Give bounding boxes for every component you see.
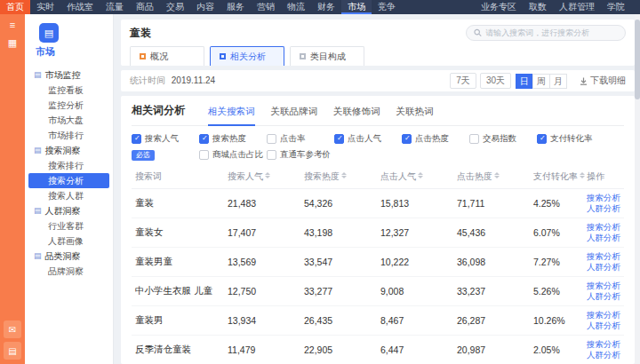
value-cell: 13,934 bbox=[224, 306, 300, 336]
action-link[interactable]: 人群分析 bbox=[587, 233, 620, 243]
value-cell: 33,277 bbox=[300, 277, 377, 306]
panel-icon[interactable]: ▤ bbox=[4, 342, 21, 360]
sidebar-group[interactable]: ▤市场监控 bbox=[25, 67, 113, 83]
nav-item[interactable]: 作战室 bbox=[60, 0, 100, 14]
nav-item[interactable]: 内容 bbox=[190, 0, 220, 14]
sidebar-item[interactable]: 搜索人群 bbox=[25, 188, 113, 203]
metric-checkbox[interactable] bbox=[199, 150, 209, 160]
sort-icon[interactable] bbox=[580, 172, 585, 178]
sidebar-item[interactable]: 监控看板 bbox=[25, 83, 113, 98]
action-link[interactable]: 人群分析 bbox=[587, 320, 620, 331]
sidebar-item[interactable]: 搜索分析 bbox=[28, 173, 109, 188]
nav-item[interactable]: 物流 bbox=[281, 0, 311, 14]
search-input[interactable] bbox=[485, 28, 618, 37]
sidebar-item[interactable]: 行业客群 bbox=[25, 218, 113, 233]
metric-checkbox[interactable] bbox=[267, 134, 276, 144]
action-link[interactable]: 人群分析 bbox=[587, 350, 620, 360]
nav-item[interactable]: 竞争 bbox=[372, 0, 402, 14]
sidebar-group[interactable]: ▤品类洞察 bbox=[25, 249, 113, 264]
apps-icon[interactable]: ▦ bbox=[8, 36, 17, 49]
sort-icon[interactable] bbox=[418, 172, 423, 178]
metric-checkbox[interactable] bbox=[469, 134, 479, 144]
range-button[interactable]: 30天 bbox=[480, 73, 511, 89]
nav-item[interactable]: 流量 bbox=[100, 0, 130, 14]
action-link[interactable]: 人群分析 bbox=[587, 262, 620, 273]
mail-icon[interactable]: ✉ bbox=[4, 320, 21, 338]
metric-checkbox[interactable] bbox=[402, 134, 412, 144]
range-button[interactable]: 7天 bbox=[450, 73, 476, 89]
nav-item[interactable]: 营销 bbox=[251, 0, 281, 14]
action-link[interactable]: 搜索分析 bbox=[587, 310, 620, 320]
action-link[interactable]: 搜索分析 bbox=[587, 222, 620, 233]
metric-checkbox[interactable] bbox=[334, 134, 344, 144]
sidebar: ▤ 市场 ▤市场监控监控看板监控分析市场大盘市场排行▤搜索洞察搜索排行搜索分析搜… bbox=[25, 14, 114, 364]
action-link[interactable]: 搜索分析 bbox=[587, 193, 620, 203]
nav-item[interactable]: 取数 bbox=[523, 0, 553, 14]
value-cell: 4.25% bbox=[530, 189, 583, 218]
keyword-tab[interactable]: 类目构成 bbox=[290, 46, 364, 66]
nav-item[interactable]: 首页 bbox=[0, 0, 30, 14]
search-box[interactable] bbox=[466, 25, 626, 41]
keyword-tab[interactable]: 概况 bbox=[130, 46, 204, 66]
folder-icon: ▤ bbox=[34, 249, 42, 264]
app-body: ≡ ▦ ✉ ▤ ▤ 市场 ▤市场监控监控看板监控分析市场大盘市场排行▤搜索洞察搜… bbox=[0, 14, 640, 364]
nav-item[interactable]: 学院 bbox=[601, 0, 631, 14]
sidebar-item[interactable]: 品牌洞察 bbox=[25, 264, 113, 279]
sidebar-item[interactable]: 市场排行 bbox=[25, 128, 113, 143]
metric-label: 商城点击占比 bbox=[212, 149, 263, 161]
action-link[interactable]: 搜索分析 bbox=[587, 339, 620, 350]
metric-checkbox[interactable] bbox=[537, 134, 547, 144]
nav-item[interactable]: 财务 bbox=[311, 0, 341, 14]
column-header[interactable]: 搜索人气 bbox=[224, 165, 300, 189]
column-header[interactable]: 点击热度 bbox=[453, 165, 530, 189]
page-title: 童装 bbox=[130, 26, 151, 41]
keyword-tab[interactable]: 相关分析 bbox=[210, 46, 284, 66]
action-link[interactable]: 搜索分析 bbox=[587, 251, 620, 262]
sidebar-group[interactable]: ▤搜索洞察 bbox=[25, 143, 113, 158]
granularity-button[interactable]: 日 bbox=[516, 74, 533, 89]
keyword-cell: 童装男童 bbox=[132, 248, 224, 277]
action-link[interactable]: 搜索分析 bbox=[587, 281, 620, 291]
metric-checkbox[interactable] bbox=[199, 134, 209, 144]
nav-item[interactable]: 商品 bbox=[130, 0, 160, 14]
sort-icon[interactable] bbox=[265, 172, 270, 178]
nav-item[interactable]: 人群管理 bbox=[553, 0, 601, 14]
value-cell: 26,287 bbox=[453, 306, 530, 336]
action-link[interactable]: 人群分析 bbox=[587, 291, 620, 302]
nav-item[interactable]: 服务 bbox=[220, 0, 251, 14]
analysis-tab[interactable]: 关联品牌词 bbox=[271, 106, 318, 125]
value-cell: 7.27% bbox=[530, 248, 583, 277]
download-button[interactable]: 下载明细 bbox=[580, 75, 626, 87]
value-cell: 33,547 bbox=[300, 248, 377, 277]
analysis-tab[interactable]: 关联热词 bbox=[396, 106, 434, 125]
sidebar-item[interactable]: 搜索排行 bbox=[25, 158, 113, 173]
keyword-header-card: 童装 概况相关分析类目构成 bbox=[121, 20, 635, 66]
column-header[interactable]: 支付转化率 bbox=[530, 165, 583, 189]
granularity-button[interactable]: 周 bbox=[532, 74, 550, 89]
action-link[interactable]: 人群分析 bbox=[587, 203, 620, 214]
page-scrollbar[interactable] bbox=[635, 14, 640, 364]
sidebar-group[interactable]: ▤人群洞察 bbox=[25, 203, 113, 218]
nav-item[interactable]: 业务专区 bbox=[475, 0, 523, 14]
analysis-tab[interactable]: 关联修饰词 bbox=[333, 106, 380, 125]
sort-icon[interactable] bbox=[341, 172, 347, 178]
sort-icon[interactable] bbox=[494, 172, 500, 178]
column-header[interactable]: 点击人气 bbox=[377, 165, 453, 189]
sidebar-item[interactable]: 监控分析 bbox=[25, 98, 113, 113]
menu-icon[interactable]: ≡ bbox=[10, 19, 15, 31]
actions-cell: 搜索分析人群分析 bbox=[583, 248, 624, 277]
metric-option: 点击热度 bbox=[402, 133, 469, 145]
nav-item[interactable]: 交易 bbox=[160, 0, 190, 14]
nav-item[interactable]: 市场 bbox=[341, 0, 372, 14]
metrics-row-1: 搜索人气搜索热度点击率点击人气点击热度交易指数支付转化率 bbox=[132, 133, 624, 145]
metric-checkbox[interactable] bbox=[132, 134, 141, 144]
nav-item[interactable]: 实时 bbox=[30, 0, 60, 14]
sidebar-item[interactable]: 市场大盘 bbox=[25, 113, 113, 128]
value-cell: 33,237 bbox=[453, 277, 530, 306]
analysis-tab[interactable]: 相关搜索词 bbox=[208, 106, 255, 125]
scrollbar-thumb[interactable] bbox=[635, 20, 640, 99]
granularity-button[interactable]: 月 bbox=[549, 74, 567, 89]
column-header[interactable]: 搜索热度 bbox=[300, 165, 377, 189]
metric-checkbox[interactable] bbox=[267, 150, 276, 160]
sidebar-item[interactable]: 人群画像 bbox=[25, 233, 113, 249]
